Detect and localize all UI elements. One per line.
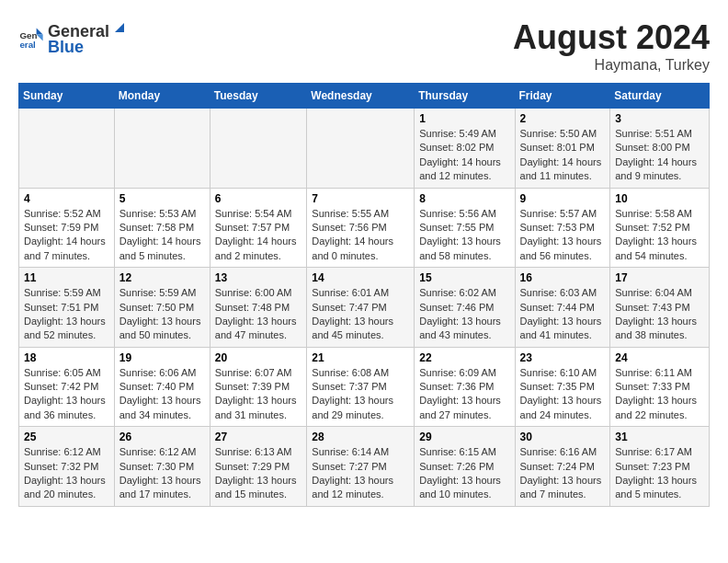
- location-subtitle: Haymana, Turkey: [513, 57, 710, 74]
- week-row-2: 4Sunrise: 5:52 AMSunset: 7:59 PMDaylight…: [19, 188, 710, 268]
- calendar-cell: [307, 109, 415, 189]
- week-row-1: 1Sunrise: 5:49 AMSunset: 8:02 PMDaylight…: [19, 109, 710, 189]
- day-number: 7: [312, 192, 409, 205]
- logo: Gen eral General Blue: [18, 18, 130, 57]
- title-area: August 2024 Haymana, Turkey: [513, 18, 710, 74]
- calendar-cell: 4Sunrise: 5:52 AMSunset: 7:59 PMDaylight…: [19, 188, 115, 268]
- day-info: Sunrise: 6:14 AMSunset: 7:27 PMDaylight:…: [312, 445, 409, 502]
- calendar-cell: 25Sunrise: 6:12 AMSunset: 7:32 PMDayligh…: [19, 427, 115, 507]
- calendar-cell: 3Sunrise: 5:51 AMSunset: 8:00 PMDaylight…: [610, 109, 710, 189]
- day-number: 11: [24, 271, 109, 284]
- col-header-friday: Friday: [515, 84, 610, 109]
- calendar-cell: 11Sunrise: 5:59 AMSunset: 7:51 PMDayligh…: [19, 268, 115, 348]
- day-number: 17: [615, 271, 704, 284]
- calendar-cell: 23Sunrise: 6:10 AMSunset: 7:35 PMDayligh…: [515, 347, 610, 427]
- day-number: 16: [520, 271, 606, 284]
- day-info: Sunrise: 5:52 AMSunset: 7:59 PMDaylight:…: [24, 207, 109, 264]
- calendar-cell: 14Sunrise: 6:01 AMSunset: 7:47 PMDayligh…: [307, 268, 415, 348]
- day-number: 30: [520, 431, 606, 443]
- calendar-cell: 13Sunrise: 6:00 AMSunset: 7:48 PMDayligh…: [210, 268, 307, 348]
- col-header-tuesday: Tuesday: [210, 84, 307, 109]
- day-info: Sunrise: 6:04 AMSunset: 7:43 PMDaylight:…: [615, 286, 704, 343]
- calendar-cell: 31Sunrise: 6:17 AMSunset: 7:23 PMDayligh…: [610, 427, 710, 507]
- day-number: 21: [312, 351, 409, 364]
- calendar-cell: 18Sunrise: 6:05 AMSunset: 7:42 PMDayligh…: [19, 347, 115, 427]
- day-number: 19: [119, 351, 205, 364]
- col-header-saturday: Saturday: [610, 84, 710, 109]
- day-number: 15: [419, 271, 509, 284]
- day-info: Sunrise: 6:13 AMSunset: 7:29 PMDaylight:…: [215, 445, 302, 502]
- day-number: 5: [119, 192, 205, 205]
- day-number: 3: [615, 112, 704, 125]
- day-number: 9: [520, 192, 606, 205]
- day-info: Sunrise: 6:11 AMSunset: 7:33 PMDaylight:…: [615, 366, 704, 423]
- day-number: 12: [119, 271, 205, 284]
- day-info: Sunrise: 5:59 AMSunset: 7:50 PMDaylight:…: [119, 286, 205, 343]
- calendar-cell: 5Sunrise: 5:53 AMSunset: 7:58 PMDaylight…: [114, 188, 210, 268]
- week-row-3: 11Sunrise: 5:59 AMSunset: 7:51 PMDayligh…: [19, 268, 710, 348]
- day-info: Sunrise: 5:50 AMSunset: 8:01 PMDaylight:…: [520, 127, 606, 184]
- day-info: Sunrise: 5:53 AMSunset: 7:58 PMDaylight:…: [119, 207, 205, 264]
- calendar-cell: [114, 109, 210, 189]
- calendar-cell: 2Sunrise: 5:50 AMSunset: 8:01 PMDaylight…: [515, 109, 610, 189]
- day-info: Sunrise: 5:58 AMSunset: 7:52 PMDaylight:…: [615, 207, 704, 264]
- day-number: 6: [215, 192, 302, 205]
- calendar-cell: 26Sunrise: 6:12 AMSunset: 7:30 PMDayligh…: [114, 427, 210, 507]
- calendar-cell: 9Sunrise: 5:57 AMSunset: 7:53 PMDaylight…: [515, 188, 610, 268]
- day-info: Sunrise: 5:56 AMSunset: 7:55 PMDaylight:…: [419, 207, 509, 264]
- day-info: Sunrise: 5:51 AMSunset: 8:00 PMDaylight:…: [615, 127, 704, 184]
- day-number: 22: [419, 351, 509, 364]
- calendar-cell: 15Sunrise: 6:02 AMSunset: 7:46 PMDayligh…: [415, 268, 515, 348]
- day-number: 1: [419, 112, 509, 125]
- day-number: 25: [24, 431, 109, 443]
- day-info: Sunrise: 5:59 AMSunset: 7:51 PMDaylight:…: [24, 286, 109, 343]
- calendar-cell: 30Sunrise: 6:16 AMSunset: 7:24 PMDayligh…: [515, 427, 610, 507]
- calendar-cell: 27Sunrise: 6:13 AMSunset: 7:29 PMDayligh…: [210, 427, 307, 507]
- week-row-5: 25Sunrise: 6:12 AMSunset: 7:32 PMDayligh…: [19, 427, 710, 507]
- svg-marker-3: [37, 35, 43, 41]
- svg-marker-4: [115, 23, 124, 32]
- day-info: Sunrise: 6:15 AMSunset: 7:26 PMDaylight:…: [419, 445, 509, 502]
- calendar-cell: 21Sunrise: 6:08 AMSunset: 7:37 PMDayligh…: [307, 347, 415, 427]
- day-number: 29: [419, 431, 509, 443]
- calendar-cell: 6Sunrise: 5:54 AMSunset: 7:57 PMDaylight…: [210, 188, 307, 268]
- calendar-cell: 24Sunrise: 6:11 AMSunset: 7:33 PMDayligh…: [610, 347, 710, 427]
- day-number: 4: [24, 192, 109, 205]
- day-number: 18: [24, 351, 109, 364]
- calendar-cell: 10Sunrise: 5:58 AMSunset: 7:52 PMDayligh…: [610, 188, 710, 268]
- svg-marker-2: [37, 29, 43, 35]
- day-number: 8: [419, 192, 509, 205]
- calendar-cell: 8Sunrise: 5:56 AMSunset: 7:55 PMDaylight…: [415, 188, 515, 268]
- day-info: Sunrise: 5:55 AMSunset: 7:56 PMDaylight:…: [312, 207, 409, 264]
- day-info: Sunrise: 5:54 AMSunset: 7:57 PMDaylight:…: [215, 207, 302, 264]
- day-info: Sunrise: 6:03 AMSunset: 7:44 PMDaylight:…: [520, 286, 606, 343]
- calendar-cell: 1Sunrise: 5:49 AMSunset: 8:02 PMDaylight…: [415, 109, 515, 189]
- calendar-cell: 29Sunrise: 6:15 AMSunset: 7:26 PMDayligh…: [415, 427, 515, 507]
- week-row-4: 18Sunrise: 6:05 AMSunset: 7:42 PMDayligh…: [19, 347, 710, 427]
- calendar-cell: 17Sunrise: 6:04 AMSunset: 7:43 PMDayligh…: [610, 268, 710, 348]
- logo-wordmark: General Blue: [48, 18, 130, 57]
- calendar-cell: 16Sunrise: 6:03 AMSunset: 7:44 PMDayligh…: [515, 268, 610, 348]
- day-number: 31: [615, 431, 704, 443]
- svg-text:eral: eral: [19, 40, 36, 50]
- day-info: Sunrise: 6:01 AMSunset: 7:47 PMDaylight:…: [312, 286, 409, 343]
- day-info: Sunrise: 5:49 AMSunset: 8:02 PMDaylight:…: [419, 127, 509, 184]
- col-header-monday: Monday: [114, 84, 210, 109]
- day-number: 27: [215, 431, 302, 443]
- calendar-cell: [210, 109, 307, 189]
- day-number: 28: [312, 431, 409, 443]
- calendar-cell: 22Sunrise: 6:09 AMSunset: 7:36 PMDayligh…: [415, 347, 515, 427]
- day-info: Sunrise: 6:17 AMSunset: 7:23 PMDaylight:…: [615, 445, 704, 502]
- day-number: 13: [215, 271, 302, 284]
- day-info: Sunrise: 6:12 AMSunset: 7:32 PMDaylight:…: [24, 445, 109, 502]
- calendar-header-row: SundayMondayTuesdayWednesdayThursdayFrid…: [19, 84, 710, 109]
- day-info: Sunrise: 6:00 AMSunset: 7:48 PMDaylight:…: [215, 286, 302, 343]
- day-info: Sunrise: 6:02 AMSunset: 7:46 PMDaylight:…: [419, 286, 509, 343]
- day-info: Sunrise: 6:07 AMSunset: 7:39 PMDaylight:…: [215, 366, 302, 423]
- day-info: Sunrise: 6:05 AMSunset: 7:42 PMDaylight:…: [24, 366, 109, 423]
- day-number: 10: [615, 192, 704, 205]
- logo-icon: Gen eral: [18, 25, 44, 51]
- main-title: August 2024: [513, 18, 710, 57]
- day-number: 26: [119, 431, 205, 443]
- calendar-cell: 20Sunrise: 6:07 AMSunset: 7:39 PMDayligh…: [210, 347, 307, 427]
